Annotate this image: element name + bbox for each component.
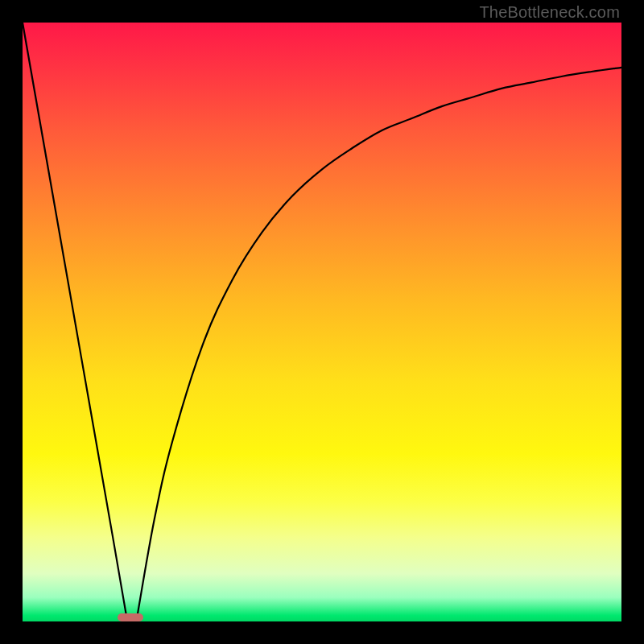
plot-area	[23, 23, 621, 621]
optimal-range-marker	[118, 613, 143, 621]
curve-right-branch	[136, 68, 621, 621]
watermark-label: TheBottleneck.com	[479, 3, 620, 22]
curve-left-branch	[23, 23, 127, 621]
curve-layer	[23, 23, 621, 621]
chart-frame: TheBottleneck.com	[0, 0, 644, 644]
